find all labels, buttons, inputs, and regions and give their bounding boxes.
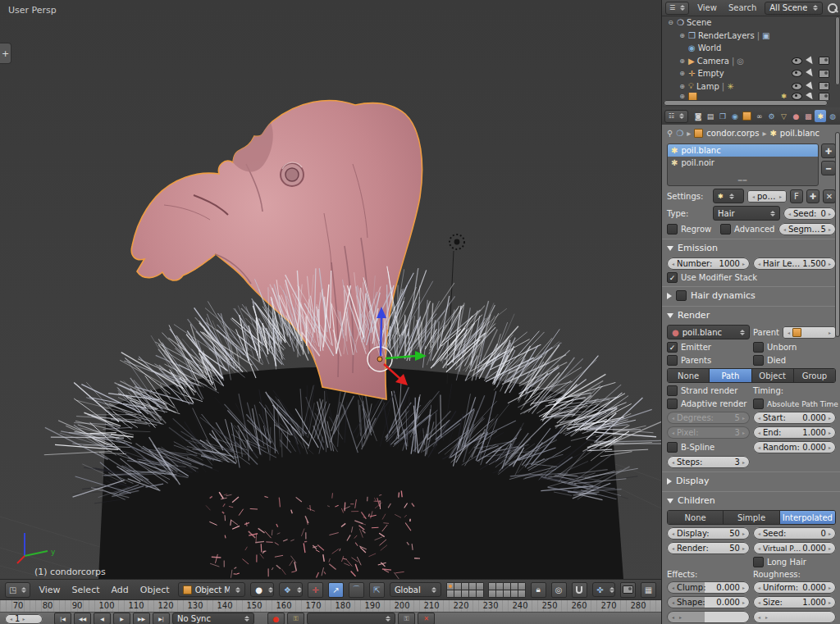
expander-icon[interactable]: ⊖ bbox=[667, 19, 674, 26]
died-checkbox[interactable] bbox=[753, 355, 764, 366]
tab-render-layers[interactable]: ❐ bbox=[717, 110, 728, 122]
children-display-field[interactable]: Display:50 bbox=[667, 527, 750, 540]
start-field[interactable]: Start:0.000 bbox=[753, 412, 836, 424]
end-field[interactable]: End:1.000 bbox=[753, 426, 836, 439]
renderability-camera-icon[interactable] bbox=[819, 70, 829, 78]
particle-system-item-selected[interactable]: ✱ poil.blanc bbox=[668, 144, 818, 157]
play-reverse-button[interactable]: ◀ bbox=[94, 613, 111, 624]
b-spline-checkbox[interactable] bbox=[667, 442, 678, 453]
expander-icon[interactable]: ⊕ bbox=[678, 57, 686, 65]
rotate-manipulator-button[interactable]: ⌒ bbox=[349, 582, 364, 598]
unlink-settings-button[interactable]: ✕ bbox=[823, 189, 836, 203]
keying-icon-button[interactable]: ⚿ bbox=[287, 613, 304, 624]
selectability-cursor-icon[interactable] bbox=[806, 81, 815, 91]
children-mode-simple[interactable]: Simple bbox=[724, 511, 779, 524]
parent-object-field[interactable] bbox=[783, 326, 836, 339]
use-modifier-stack-checkbox[interactable]: ✓ bbox=[667, 272, 678, 283]
settings-name-field[interactable]: poil.particule bbox=[747, 190, 787, 203]
snap-button[interactable] bbox=[572, 582, 587, 598]
hair-dynamics-checkbox[interactable] bbox=[676, 290, 687, 301]
visibility-eye-icon[interactable] bbox=[792, 93, 802, 100]
particle-system-list[interactable]: ✱ poil.blanc ✱ poil.noir ══ bbox=[667, 143, 819, 186]
outliner-horizontal-scrollbar[interactable] bbox=[664, 100, 828, 106]
advanced-checkbox[interactable] bbox=[720, 224, 731, 235]
children-render-field[interactable]: Render:50 bbox=[667, 542, 750, 554]
renderability-camera-icon[interactable] bbox=[819, 57, 829, 65]
jump-to-end-button[interactable]: ▶| bbox=[153, 613, 170, 624]
outliner-row-scene[interactable]: ⊖ ❍ Scene bbox=[662, 16, 840, 30]
tab-render[interactable]: ◙ bbox=[692, 110, 704, 122]
editor-type-button[interactable]: ◳ bbox=[5, 582, 30, 598]
panel-header-children[interactable]: Children bbox=[662, 491, 840, 508]
editor-type-button[interactable]: ☷ bbox=[664, 110, 688, 123]
steps-field[interactable]: Steps:3 bbox=[667, 456, 750, 468]
outliner-row-renderlayers[interactable]: ⊕ ❐ RenderLayers | ▣ bbox=[662, 30, 840, 43]
lock-button[interactable]: 🔒︎ bbox=[531, 582, 546, 598]
layer-grid-1[interactable] bbox=[446, 582, 484, 598]
renderability-camera-icon[interactable] bbox=[819, 93, 829, 100]
outliner-row-lamp[interactable]: ⊕ 💡︎ Lamp | ✳ bbox=[662, 80, 840, 93]
play-button[interactable]: ▶ bbox=[113, 613, 130, 624]
menu-select[interactable]: Select bbox=[69, 585, 103, 595]
children-seed-field[interactable]: Seed:0 bbox=[753, 527, 836, 540]
render-material-dropdown[interactable]: ● poil.blanc bbox=[667, 325, 750, 339]
particle-system-item[interactable]: ✱ poil.noir bbox=[668, 157, 818, 169]
selectability-cursor-icon[interactable] bbox=[806, 56, 815, 66]
clipped-field[interactable] bbox=[753, 611, 836, 623]
new-settings-button[interactable]: ✚ bbox=[806, 189, 819, 203]
add-particle-system-button[interactable]: ✚ bbox=[821, 143, 836, 158]
pixel-field[interactable]: Pixel:3 bbox=[667, 426, 750, 439]
list-resize-grip[interactable]: ══ bbox=[738, 177, 748, 184]
expander-icon[interactable]: ⊕ bbox=[678, 83, 686, 90]
expander-icon[interactable]: ⊕ bbox=[678, 93, 686, 100]
outliner-row-world[interactable]: ◉ World bbox=[662, 42, 840, 55]
random-field[interactable]: Random:0.000 bbox=[753, 441, 836, 453]
pin-icon[interactable]: ⚲ bbox=[667, 129, 673, 138]
outliner-row-camera[interactable]: ⊕ ▶ Camera | ◎ bbox=[662, 55, 840, 68]
sync-mode-dropdown[interactable]: No Sync bbox=[172, 613, 254, 624]
scale-manipulator-button[interactable]: ⇱ bbox=[369, 582, 385, 598]
delete-keyframe-button[interactable]: ✕ bbox=[418, 613, 435, 624]
shading-dropdown[interactable]: ● bbox=[250, 582, 274, 597]
menu-object[interactable]: Object bbox=[137, 585, 173, 595]
breadcrumb-particle-name[interactable]: poil.blanc bbox=[780, 129, 819, 138]
unborn-checkbox[interactable] bbox=[753, 342, 764, 353]
expander-icon[interactable]: ⊕ bbox=[678, 70, 686, 77]
breadcrumb-object-name[interactable]: condor.corps bbox=[706, 129, 759, 138]
insert-keyframe-button[interactable]: ⚿ bbox=[398, 613, 415, 624]
children-mode-interpolated[interactable]: Interpolated bbox=[780, 511, 835, 524]
tab-object[interactable] bbox=[742, 110, 753, 122]
renderability-camera-icon[interactable] bbox=[819, 82, 829, 90]
remove-particle-system-button[interactable]: ━ bbox=[821, 161, 836, 175]
type-dropdown[interactable]: Hair bbox=[713, 206, 780, 221]
3d-viewport[interactable]: y User Persp (1) condorcorps + ◳ View Se… bbox=[0, 0, 661, 599]
roughness-uniform-field[interactable]: Uniform:0.000 bbox=[753, 581, 836, 594]
outliner-menu-search[interactable]: Search bbox=[725, 3, 760, 12]
segment-field[interactable]: Segment: 5 bbox=[778, 223, 836, 235]
menu-add[interactable]: Add bbox=[108, 585, 132, 595]
virtual-parents-field[interactable]: Virtual Paren:0.000 bbox=[753, 542, 836, 554]
next-keyframe-button[interactable]: ▶▶ bbox=[133, 613, 150, 624]
snap-element-dropdown[interactable]: ✜ bbox=[592, 582, 615, 597]
emitter-checkbox[interactable]: ✓ bbox=[667, 342, 678, 353]
previous-keyframe-button[interactable]: ◀◀ bbox=[74, 613, 91, 624]
search-icon[interactable] bbox=[828, 3, 838, 13]
parents-checkbox[interactable] bbox=[667, 355, 678, 366]
render-mode-group[interactable]: Group bbox=[794, 369, 835, 382]
tab-particles[interactable]: ✱ bbox=[815, 110, 826, 122]
visibility-eye-icon[interactable] bbox=[792, 57, 802, 65]
selectability-cursor-icon[interactable] bbox=[806, 93, 815, 100]
current-frame-field[interactable]: 1 bbox=[5, 614, 43, 624]
render-mode-object[interactable]: Object bbox=[752, 369, 794, 382]
settings-id-icon-dropdown[interactable]: ✱ bbox=[713, 189, 744, 203]
number-field[interactable]: Number: 1000 bbox=[667, 257, 750, 270]
roughness-size-field[interactable]: Size:1.000 bbox=[753, 596, 836, 608]
render-mode-none[interactable]: None bbox=[668, 369, 710, 382]
toolshelf-expand-tab[interactable]: + bbox=[0, 43, 11, 64]
tab-material[interactable]: ● bbox=[790, 110, 801, 122]
tab-scene[interactable]: ▤ bbox=[705, 110, 716, 122]
outliner-row-empty[interactable]: ⊕ ✛ Empty bbox=[662, 67, 840, 80]
record-button[interactable]: ● bbox=[267, 613, 285, 624]
absolute-path-time-checkbox[interactable] bbox=[753, 399, 764, 409]
viewport-scene[interactable]: y bbox=[0, 0, 661, 579]
